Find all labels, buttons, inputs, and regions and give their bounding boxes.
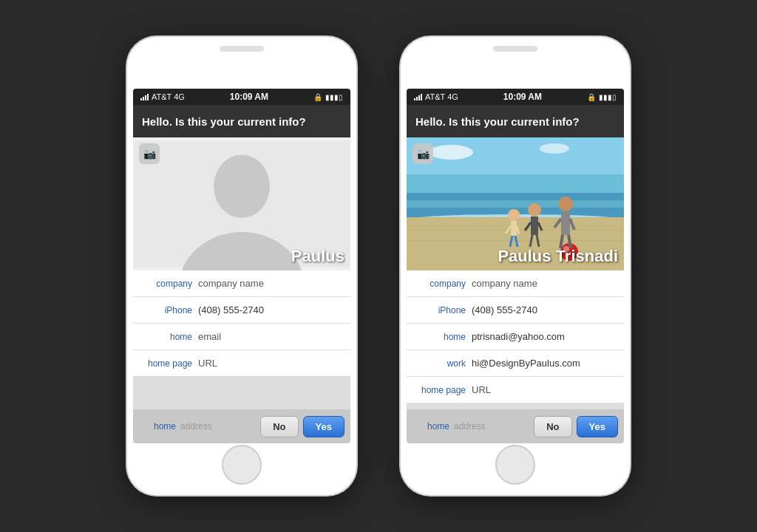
label-home-2: home [413,332,472,342]
phone-2: AT&T 4G 10:09 AM 🔒 ▮▮▮▯ Hello. Is this y… [401,37,630,495]
action-bar-2: home address No Yes [407,409,624,443]
label-iphone-1: iPhone [139,305,198,316]
bar4 [421,94,422,100]
row-work-2: work hi@DesignByPaulus.com [407,350,624,377]
time-2: 10:09 AM [503,92,542,102]
label-homepage-1: home page [139,358,198,369]
value-iphone-2: (408) 555-2740 [472,304,618,316]
status-bar-1: AT&T 4G 10:09 AM 🔒 ▮▮▮▯ [133,89,350,105]
value-home-1: email [198,331,344,342]
svg-point-21 [528,203,541,216]
status-left-2: AT&T 4G [414,92,458,101]
signal-bars-2 [414,93,422,100]
value-homepage-1: URL [198,358,344,369]
bar1 [414,98,415,100]
photo-area-1: 📷 Paulus [133,137,350,270]
svg-point-5 [429,145,473,160]
header-text-1: Hello. Is this your current info? [142,115,306,128]
lock-icon-2: 🔒 [587,93,596,101]
phone-1: AT&T 4G 10:09 AM 🔒 ▮▮▮▯ Hello. Is this y… [127,37,356,495]
svg-point-6 [540,143,569,154]
bar2 [416,97,418,100]
label-company-1: company [139,279,198,289]
phone-1-screen: AT&T 4G 10:09 AM 🔒 ▮▮▮▯ Hello. Is this y… [133,89,350,443]
status-right-1: 🔒 ▮▮▮▯ [313,93,343,101]
signal-bars-1 [140,93,149,100]
carrier-label-1: AT&T 4G [152,92,185,101]
yes-button-1[interactable]: Yes [303,416,344,437]
value-company-2: company name [472,278,618,289]
label-home-1: home [139,332,198,342]
value-home-2: ptrisnadi@yahoo.com [472,331,618,342]
svg-rect-16 [511,221,517,236]
value-work-2: hi@DesignByPaulus.com [472,358,618,369]
photo-area-2: 📷 [407,137,624,270]
bar2 [143,97,144,100]
row-company-2: company company name [407,270,624,297]
app-header-2: Hello. Is this your current info? [407,105,624,137]
label-iphone-2: iPhone [413,305,472,316]
action-bar-1: home address No Yes [133,409,350,443]
label-company-2: company [413,279,472,289]
lock-icon-1: 🔒 [313,93,322,101]
carrier-label-2: AT&T 4G [425,92,458,101]
value-homepage-2: URL [472,384,618,395]
contact-name-2: Paulus Trisnadi [498,247,618,266]
status-right-2: 🔒 ▮▮▮▯ [587,93,617,101]
row-home-email-1: home email [133,324,350,350]
row-homepage-1: home page URL [133,350,350,377]
row-home-email-2: home ptrisnadi@yahoo.com [407,324,624,350]
label-work-2: work [413,358,472,369]
camera-button-1[interactable]: 📷 [139,143,160,164]
time-1: 10:09 AM [230,92,268,102]
battery-icon-2: ▮▮▮▯ [599,93,617,101]
header-text-2: Hello. Is this your current info? [415,115,580,128]
contact-name-1: Paulus [291,247,344,266]
battery-icon-1: ▮▮▮▯ [325,93,343,101]
info-rows-1: company company name iPhone (408) 555-27… [133,270,350,409]
address-text-1: address [180,421,256,432]
yes-button-2[interactable]: Yes [577,416,618,437]
status-bar-2: AT&T 4G 10:09 AM 🔒 ▮▮▮▯ [407,89,624,105]
bar1 [140,98,142,100]
app-header-1: Hello. Is this your current info? [133,105,350,137]
camera-button-2[interactable]: 📷 [413,143,433,164]
camera-icon-2: 📷 [417,148,430,160]
label-homepage-2: home page [413,385,472,395]
svg-rect-8 [407,200,624,208]
bar4 [147,94,149,100]
svg-rect-28 [561,211,570,235]
row-homepage-2: home page URL [407,377,624,403]
value-iphone-1: (408) 555-2740 [198,304,344,316]
no-button-2[interactable]: No [534,416,571,437]
address-label-2: home [413,421,449,432]
phones-container: AT&T 4G 10:09 AM 🔒 ▮▮▮▯ Hello. Is this y… [127,37,630,495]
bar3 [418,95,420,100]
row-company-1: company company name [133,270,350,297]
svg-rect-22 [531,216,538,235]
svg-point-1 [214,155,270,218]
status-left-1: AT&T 4G [140,92,185,101]
camera-icon-1: 📷 [143,148,156,160]
address-text-2: address [454,421,529,432]
bar3 [145,95,146,100]
row-iphone-1: iPhone (408) 555-2740 [133,297,350,324]
no-button-1[interactable]: No [260,416,298,437]
info-rows-2: company company name iPhone (408) 555-27… [407,270,624,409]
phone-2-screen: AT&T 4G 10:09 AM 🔒 ▮▮▮▯ Hello. Is this y… [407,89,624,443]
value-company-1: company name [198,278,344,289]
row-iphone-2: iPhone (408) 555-2740 [407,297,624,324]
address-label-1: home [139,421,176,432]
svg-point-27 [558,197,573,211]
svg-point-15 [508,209,520,221]
